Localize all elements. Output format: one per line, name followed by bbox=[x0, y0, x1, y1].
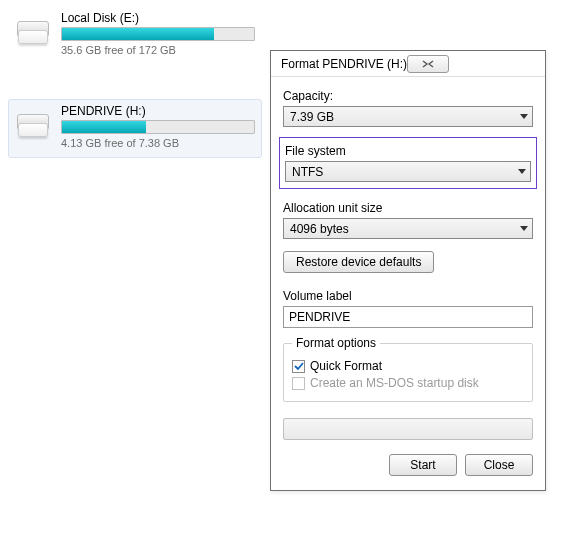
volume-label-input[interactable]: PENDRIVE bbox=[283, 306, 533, 328]
titlebar: Format PENDRIVE (H:) bbox=[271, 51, 545, 77]
format-options-legend: Format options bbox=[292, 336, 380, 350]
drive-list: Local Disk (E:)35.6 GB free of 172 GBPEN… bbox=[0, 0, 262, 158]
file-system-value: NTFS bbox=[292, 165, 323, 179]
format-options-group: Format options Quick Format Create an MS… bbox=[283, 336, 533, 402]
checkbox-icon bbox=[292, 360, 305, 373]
file-system-select[interactable]: NTFS bbox=[285, 161, 531, 182]
capacity-select[interactable]: 7.39 GB bbox=[283, 106, 533, 127]
drive-item[interactable]: PENDRIVE (H:)4.13 GB free of 7.38 GB bbox=[8, 99, 262, 158]
quick-format-checkbox[interactable]: Quick Format bbox=[292, 359, 524, 373]
format-dialog: Format PENDRIVE (H:) Capacity: 7.39 GB F… bbox=[270, 50, 546, 491]
drive-icon bbox=[15, 21, 51, 49]
drive-icon bbox=[15, 114, 51, 142]
allocation-unit-label: Allocation unit size bbox=[283, 201, 533, 215]
msdos-checkbox: Create an MS-DOS startup disk bbox=[292, 376, 524, 390]
close-icon[interactable] bbox=[407, 55, 449, 73]
start-button[interactable]: Start bbox=[389, 454, 457, 476]
drive-usage-bar bbox=[61, 120, 255, 134]
volume-label-label: Volume label bbox=[283, 289, 533, 303]
drive-free-text: 4.13 GB free of 7.38 GB bbox=[61, 137, 255, 149]
close-button[interactable]: Close bbox=[465, 454, 533, 476]
quick-format-label: Quick Format bbox=[310, 359, 382, 373]
dialog-title: Format PENDRIVE (H:) bbox=[281, 57, 407, 71]
drive-name: Local Disk (E:) bbox=[61, 11, 255, 25]
drive-item[interactable]: Local Disk (E:)35.6 GB free of 172 GB bbox=[8, 6, 262, 65]
drive-free-text: 35.6 GB free of 172 GB bbox=[61, 44, 255, 56]
msdos-label: Create an MS-DOS startup disk bbox=[310, 376, 479, 390]
chevron-down-icon bbox=[520, 114, 528, 119]
drive-usage-bar bbox=[61, 27, 255, 41]
capacity-value: 7.39 GB bbox=[290, 110, 334, 124]
checkbox-icon bbox=[292, 377, 305, 390]
volume-label-value: PENDRIVE bbox=[289, 310, 350, 324]
capacity-label: Capacity: bbox=[283, 89, 533, 103]
chevron-down-icon bbox=[520, 226, 528, 231]
format-progress bbox=[283, 418, 533, 440]
restore-defaults-button[interactable]: Restore device defaults bbox=[283, 251, 434, 273]
allocation-unit-value: 4096 bytes bbox=[290, 222, 349, 236]
chevron-down-icon bbox=[518, 169, 526, 174]
allocation-unit-select[interactable]: 4096 bytes bbox=[283, 218, 533, 239]
drive-name: PENDRIVE (H:) bbox=[61, 104, 255, 118]
file-system-group: File system NTFS bbox=[279, 137, 537, 189]
file-system-label: File system bbox=[285, 144, 531, 158]
